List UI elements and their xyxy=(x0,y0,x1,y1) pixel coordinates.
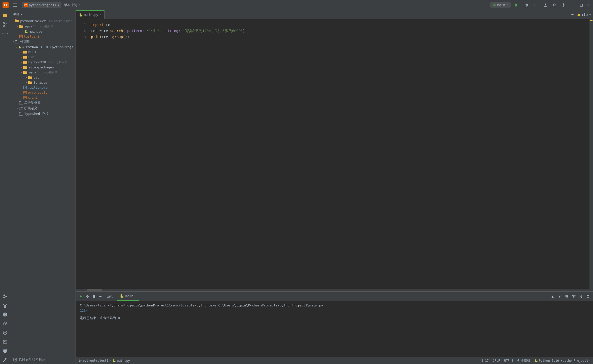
tree-arrow: ▾ xyxy=(15,45,18,49)
close-btn[interactable]: × xyxy=(586,3,590,7)
tree-item-site-packages[interactable]: › site-packages xyxy=(10,65,76,70)
status-indent[interactable]: 4 个空格 xyxy=(517,358,530,363)
run-config-selector[interactable]: main ▾ xyxy=(490,2,511,8)
status-python-version[interactable]: 🐍 Python 3.10 (pythonProject1) xyxy=(534,359,590,362)
search-btn[interactable] xyxy=(551,2,558,9)
debug-button[interactable] xyxy=(523,2,530,9)
svg-rect-18 xyxy=(3,22,4,24)
delete-btn[interactable] xyxy=(585,293,591,299)
plugins-icon[interactable] xyxy=(1,320,9,328)
filter-btn[interactable] xyxy=(571,293,577,299)
globe-icon[interactable] xyxy=(1,310,9,319)
tree-item-venv[interactable]: ▾ venv library根目录 xyxy=(10,24,76,29)
tree-item-python310[interactable]: › Python310 library根目录 xyxy=(10,60,76,65)
bottom-tab-run[interactable]: 运行 xyxy=(105,292,116,301)
minimize-btn[interactable]: ─ xyxy=(572,3,576,7)
code-editor[interactable]: 1 2 3 import re ret = re . xyxy=(76,19,593,289)
status-bar: pythonProject1 > 🐍 main.py 3:17 CRLF UTF… xyxy=(76,357,593,364)
tree-item-pyvenv-cfg[interactable]: pyvenv.cfg xyxy=(10,90,76,95)
binary-framework-label: 二进制框架 xyxy=(24,100,41,105)
tree-item-python-sdk[interactable]: ▾ 🐍 < Python 3.10 (pythonProje… xyxy=(10,44,76,49)
folder-icon[interactable] xyxy=(1,11,9,19)
main-tab-close[interactable]: × xyxy=(135,294,136,298)
structure-icon[interactable] xyxy=(1,20,9,29)
tree-item-gitignore[interactable]: .git .gitignore xyxy=(10,85,76,90)
status-project-name: pythonProject1 xyxy=(83,359,108,362)
more-options-button[interactable] xyxy=(532,2,539,9)
svg-point-57 xyxy=(571,14,572,15)
project-root-path: C:\Users\lipin xyxy=(49,19,73,23)
svg-point-58 xyxy=(572,14,573,15)
stop-action-btn[interactable] xyxy=(91,293,97,299)
h-scroll-thumb[interactable] xyxy=(87,289,102,291)
wrap-btn[interactable] xyxy=(564,293,570,299)
status-crlf[interactable]: CRLF xyxy=(493,359,500,362)
python310-dim: library根目录 xyxy=(47,60,67,64)
python310-label: Python310 xyxy=(28,60,46,64)
main-tab-label: main xyxy=(125,294,133,298)
refresh-action-btn[interactable] xyxy=(84,293,90,299)
status-cursor[interactable]: 3:17 xyxy=(481,359,489,362)
sidebar-header[interactable]: 项目 ▾ xyxy=(10,10,76,18)
sidebar-temp-files[interactable]: 临时文件和控制台 xyxy=(10,355,76,364)
project-selector[interactable]: PP pythonProject1 ▾ xyxy=(22,2,61,8)
settings-btn[interactable] xyxy=(560,2,567,9)
breadcrumb-file[interactable]: 🐍 main.py xyxy=(112,359,130,362)
call-parens: () xyxy=(123,34,127,40)
status-bar-right: 3:17 CRLF UTF-8 4 个空格 🐍 Python 3.10 (pyt… xyxy=(481,358,590,363)
tree-item-x-ini[interactable]: x.ini xyxy=(10,95,76,100)
tree-item-test-ini[interactable]: test.ini xyxy=(10,34,76,39)
no-arrow xyxy=(19,85,23,89)
scroll-up-btn[interactable]: ▲ xyxy=(550,293,556,299)
tree-item-external-libs[interactable]: ▾ 外部库 xyxy=(10,39,76,44)
svg-text:.git: .git xyxy=(24,87,27,89)
vcs-selector[interactable]: 版本控制 ▾ xyxy=(64,3,80,7)
tree-item-venv-inner[interactable]: ▾ venv library根目录 xyxy=(10,70,76,75)
code-content[interactable]: import re ret = re . search ( pattern : … xyxy=(88,19,589,289)
warning-arrow-up: ∧ xyxy=(586,13,588,16)
run-button[interactable] xyxy=(513,2,520,9)
svg-rect-19 xyxy=(3,25,4,27)
svg-rect-66 xyxy=(587,296,589,298)
svg-point-9 xyxy=(526,4,527,5)
tree-item-main-py[interactable]: 🐍 main.py xyxy=(10,29,76,34)
sidebar-tree: ▾ pythonProject1 C:\Users\lipin ▾ venv l… xyxy=(10,18,76,355)
bookmark-icon[interactable] xyxy=(1,329,9,337)
more-action-btn[interactable] xyxy=(98,293,104,299)
dlls-label: DLLs xyxy=(28,50,36,54)
tab-more-btn[interactable] xyxy=(569,11,576,18)
layers-icon[interactable] xyxy=(1,301,9,309)
sp xyxy=(125,28,127,34)
run-config-arrow: ▾ xyxy=(506,3,508,7)
tree-item-project-root[interactable]: ▾ pythonProject1 C:\Users\lipin xyxy=(10,18,76,24)
hamburger-menu[interactable] xyxy=(11,1,19,9)
database-icon[interactable] xyxy=(1,347,9,355)
tools-icon[interactable] xyxy=(1,356,9,364)
tab-python-icon: 🐍 xyxy=(79,13,83,17)
tree-item-scripts[interactable]: › Scripts xyxy=(10,80,76,85)
status-encoding[interactable]: UTF-8 xyxy=(504,359,513,362)
tree-item-binary-framework[interactable]: › 二进制框架 xyxy=(10,100,76,106)
warning-area[interactable]: ▲1 ∧ ∨ xyxy=(577,13,591,16)
sidebar-header-label: 项目 xyxy=(13,12,19,16)
tree-item-dlls[interactable]: › DLLs xyxy=(10,49,76,55)
tree-item-lib-inner[interactable]: › Lib xyxy=(10,75,76,80)
breadcrumb-project[interactable]: pythonProject1 xyxy=(79,359,108,362)
run-action-btn[interactable] xyxy=(78,293,84,299)
terminal-icon[interactable] xyxy=(1,338,9,346)
tree-item-ext-def[interactable]: › 扩展定义 xyxy=(10,106,76,111)
editor-tab-bar: 🐍 main.py × ▲1 ∧ ∨ xyxy=(76,10,593,19)
tree-item-typeshed[interactable]: › Typeshed 存根 xyxy=(10,111,76,117)
scroll-down-btn[interactable]: ▼ xyxy=(557,293,563,299)
maximize-btn[interactable]: □ xyxy=(579,3,583,7)
tree-item-lib[interactable]: › Lib xyxy=(10,55,76,60)
tab-main-py[interactable]: 🐍 main.py × xyxy=(76,10,105,19)
vcs-arrow: ▾ xyxy=(78,3,80,7)
more-tools-icon[interactable]: ··· xyxy=(1,30,9,38)
tab-close-btn[interactable]: × xyxy=(100,13,102,16)
bottom-tab-main[interactable]: 🐍 main × xyxy=(117,292,139,301)
h-scrollbar[interactable] xyxy=(76,289,593,291)
git-icon[interactable] xyxy=(1,292,9,300)
user-icon-btn[interactable] xyxy=(542,2,549,9)
pin-btn[interactable] xyxy=(578,293,584,299)
